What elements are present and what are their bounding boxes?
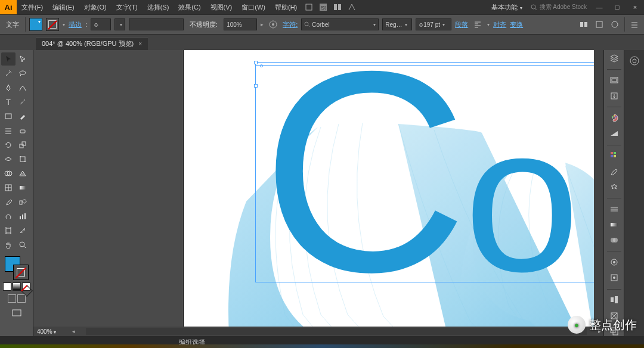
stroke-weight-field[interactable]: ≎ [91,18,111,30]
draw-normal[interactable] [8,294,16,303]
menu-help[interactable]: 帮助(H) [270,3,302,12]
artboards-icon[interactable] [607,76,621,85]
fill-stroke-control[interactable] [5,256,29,280]
rectangle-tool[interactable] [1,110,16,123]
align-icon[interactable] [607,295,621,304]
pen-tool[interactable] [1,81,16,94]
align-link[interactable]: 对齐 [493,20,506,29]
character-link[interactable]: 字符: [283,20,298,29]
artboard-tool[interactable] [1,224,16,237]
blend-tool[interactable] [16,195,30,209]
stock-search[interactable]: 搜索 Adobe Stock [527,3,590,11]
width-tool[interactable] [1,153,16,166]
isolate-icon[interactable] [578,18,590,30]
swatches-icon[interactable] [607,151,621,160]
shape-builder-tool[interactable] [1,167,16,180]
draw-behind[interactable] [17,294,26,303]
scale-tool[interactable] [16,138,30,151]
svg-point-36 [20,242,24,247]
document-tab[interactable]: 004* @ 400% (RGB/GPU 预览) × [36,37,148,50]
anchor-point[interactable] [260,64,263,67]
graphic-styles-icon[interactable] [607,273,621,282]
document-tab-close[interactable]: × [138,41,142,47]
direct-select-tool[interactable] [16,52,30,66]
opacity-field[interactable]: 100% [224,18,257,30]
transform-link[interactable]: 变换 [510,20,523,29]
curvature-tool[interactable] [16,81,30,94]
arrange-icon[interactable] [332,1,343,13]
zoom-field[interactable]: 400% ▾ [33,328,69,335]
scroll-track[interactable] [86,328,587,335]
transparency-icon[interactable] [607,235,621,245]
menu-object[interactable]: 对象(O) [79,3,112,12]
stroke-panel-icon[interactable] [607,204,621,214]
paragraph-link[interactable]: 段落 [455,20,468,29]
recolor-icon[interactable] [267,18,279,30]
menu-file[interactable]: 文件(F) [17,3,48,12]
svg-line-17 [20,100,25,104]
selection-tool[interactable] [1,52,16,66]
brushes-icon[interactable] [607,167,621,176]
scroll-left-arrow[interactable]: ◂ [69,327,78,335]
color-mode-normal[interactable] [3,282,11,291]
zoom-tool[interactable] [16,238,30,251]
perspective-tool[interactable] [16,167,30,180]
paragraph-align-icon[interactable] [472,18,484,30]
window-maximize[interactable]: □ [608,4,626,11]
asset-export-icon[interactable] [607,91,621,101]
font-style-field[interactable]: Reg…▾ [382,18,412,30]
font-family-field[interactable]: Corbel▾ [301,18,379,30]
window-close[interactable]: × [626,4,644,11]
brush-definition[interactable] [129,18,184,30]
stroke-link[interactable]: 描边 [69,20,82,29]
workspace-switcher[interactable]: 基本功能 ▾ [487,3,527,12]
selection-handle[interactable] [254,84,258,88]
line-tool[interactable] [16,95,30,108]
color-mode-none[interactable] [22,282,30,291]
layers-icon[interactable] [607,54,621,63]
rotate-tool[interactable] [1,138,16,151]
appearance-icon[interactable] [607,257,621,267]
color-mode-gradient[interactable] [13,282,21,291]
lasso-tool[interactable] [16,67,30,80]
scrollbar-vertical[interactable] [594,50,603,327]
screen-mode-button[interactable] [10,306,24,319]
window-minimize[interactable]: — [590,4,608,11]
fill-swatch[interactable]: ▾ [29,18,42,31]
gradient-panel-icon[interactable] [607,220,621,229]
shaper-tool[interactable] [1,124,16,137]
color-icon[interactable] [607,113,621,123]
stock-icon[interactable]: St [317,1,329,13]
menu-select[interactable]: 选择(S) [143,3,174,12]
mesh-tool[interactable] [1,181,16,194]
color-guide-icon[interactable] [607,129,621,138]
menu-effect[interactable]: 效果(C) [174,3,205,12]
brush-tool[interactable] [16,110,30,123]
eraser-tool[interactable] [16,124,30,137]
font-size-field[interactable]: ≎ 197 pt▾ [416,18,451,30]
edit-content-icon[interactable] [609,18,621,30]
menu-view[interactable]: 视图(V) [206,3,237,12]
eyedropper-tool[interactable] [1,195,16,209]
stroke-swatch[interactable] [46,18,59,31]
canvas-area[interactable]: C o I 400% ▾ ◂ ▸ [33,50,603,336]
symbols-icon[interactable] [607,182,621,192]
edit-clip-icon[interactable] [593,18,605,30]
bridge-icon[interactable] [303,1,315,13]
selection-handle[interactable] [254,61,258,64]
menu-edit[interactable]: 编辑(E) [48,3,79,12]
column-graph-tool[interactable] [16,210,30,223]
ctrlbar-menu-icon[interactable] [628,18,640,30]
slice-tool[interactable] [16,224,30,237]
menu-type[interactable]: 文字(T) [112,3,143,12]
type-tool[interactable]: T [1,95,16,108]
gpu-icon[interactable] [346,1,358,13]
symbol-tool[interactable] [1,210,16,223]
hand-tool[interactable] [1,238,16,251]
free-transform-tool[interactable] [16,153,30,166]
gradient-tool[interactable] [16,181,30,194]
magic-wand-tool[interactable] [1,67,16,80]
menu-window[interactable]: 窗口(W) [237,3,270,12]
libraries-icon[interactable] [627,54,642,68]
stroke-profile[interactable]: ▾ [114,18,125,30]
